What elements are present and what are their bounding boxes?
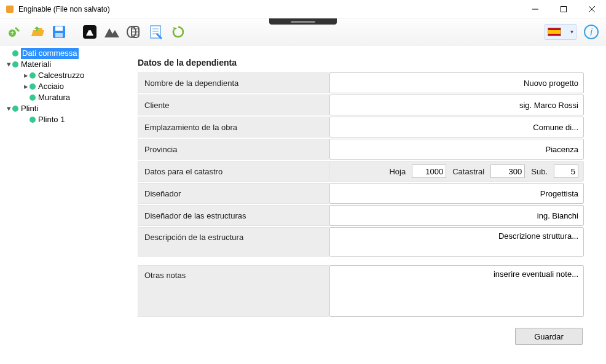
input-hoja[interactable] — [412, 165, 446, 178]
input-nombre[interactable] — [335, 79, 578, 88]
svg-rect-0 — [6, 6, 14, 13]
row-nombre: Nombre de la dependienta — [138, 72, 584, 93]
caret-down-icon[interactable]: ▾ — [5, 59, 12, 70]
label-disenador-estr: Diseñador de las estructuras — [138, 205, 329, 226]
weight-icon[interactable] — [81, 23, 98, 41]
row-emplazamiento: Emplazamiento de la obra — [138, 117, 584, 137]
window-title: Enginable (File non salvato) — [18, 5, 110, 14]
caret-right-icon[interactable]: ▸ — [22, 81, 30, 92]
main-panel: Datos de la dependienta Nombre de la dep… — [129, 45, 606, 364]
row-catastro: Datos para el catastro Hoja Catastral Su… — [138, 161, 584, 182]
svg-text:+: + — [10, 29, 14, 37]
row-cliente: Cliente — [138, 95, 584, 115]
label-provincia: Provincia — [138, 139, 329, 160]
textarea-otras[interactable] — [335, 266, 578, 316]
minimize-button[interactable] — [521, 0, 549, 18]
label-hoja: Hoja — [389, 167, 406, 176]
notes-icon[interactable] — [148, 23, 165, 41]
open-icon[interactable] — [28, 23, 45, 41]
bullet-icon — [30, 83, 36, 90]
input-disenador[interactable] — [335, 189, 578, 198]
svg-rect-9 — [55, 33, 63, 37]
svg-text:i: i — [590, 27, 592, 37]
tree-item-plinti[interactable]: ▾Plinti — [4, 103, 125, 114]
row-disenador: Diseñador — [138, 183, 584, 204]
close-button[interactable] — [578, 0, 606, 18]
bullet-icon — [30, 117, 36, 123]
input-cliente[interactable] — [335, 101, 578, 110]
row-disenador-estr: Diseñador de las estructuras — [138, 205, 584, 226]
project-tree[interactable]: Dati commessa ▾Materiali ▸Calcestruzzo ▸… — [0, 45, 129, 364]
caret-down-icon[interactable]: ▾ — [5, 103, 12, 114]
label-emplazamiento: Emplazamiento de la obra — [138, 117, 329, 137]
input-provincia[interactable] — [335, 145, 578, 154]
label-catastro: Datos para el catastro — [138, 161, 329, 182]
tape-icon[interactable] — [125, 23, 143, 41]
drag-handle[interactable] — [269, 18, 337, 25]
label-cliente: Cliente — [138, 95, 329, 115]
section-title: Datos de la dependienta — [138, 58, 584, 68]
tree-item-calcestruzzo[interactable]: ▸Calcestruzzo — [4, 70, 125, 81]
save-button[interactable]: Guardar — [515, 328, 583, 345]
row-provincia: Provincia — [138, 139, 584, 160]
tree-item-materiali[interactable]: ▾Materiali — [4, 59, 125, 70]
svg-rect-2 — [561, 6, 567, 12]
toolbar: + ▾ i — [0, 18, 606, 45]
tree-item-muratura[interactable]: Muratura — [4, 92, 125, 103]
label-descripcion: Descripción de la estructura — [138, 227, 329, 257]
bullet-icon — [30, 95, 36, 101]
bullet-icon — [12, 106, 18, 112]
label-disenador: Diseñador — [138, 183, 329, 204]
input-sub[interactable] — [554, 165, 578, 178]
tree-item-plinto-1[interactable]: Plinto 1 — [4, 114, 125, 125]
language-selector[interactable]: ▾ — [545, 24, 576, 40]
info-icon[interactable]: i — [583, 23, 600, 41]
label-sub: Sub. — [531, 167, 548, 176]
textarea-descripcion[interactable] — [335, 228, 578, 256]
label-catastral: Catastral — [452, 167, 484, 176]
project-form: Nombre de la dependienta Cliente Emplaza… — [138, 72, 584, 317]
flag-es-icon — [548, 28, 561, 36]
tree-item-acciaio[interactable]: ▸Acciaio — [4, 81, 125, 92]
tree-item-dati-commessa[interactable]: Dati commessa — [4, 48, 125, 59]
titlebar: Enginable (File non salvato) — [0, 0, 606, 18]
input-disenador-estr[interactable] — [335, 211, 578, 220]
app-icon — [5, 4, 15, 14]
svg-rect-8 — [55, 26, 63, 31]
svg-point-11 — [89, 27, 92, 30]
input-emplazamiento[interactable] — [335, 123, 578, 132]
input-catastral[interactable] — [490, 165, 525, 178]
bullet-icon — [12, 50, 18, 56]
row-descripcion: Descripción de la estructura — [138, 227, 584, 257]
chevron-down-icon: ▾ — [570, 28, 573, 35]
bullet-icon — [30, 72, 36, 79]
label-otras: Otras notas — [138, 265, 329, 317]
new-icon[interactable]: + — [6, 23, 23, 41]
maximize-button[interactable] — [549, 0, 578, 18]
row-otras: Otras notas — [138, 265, 584, 317]
save-icon[interactable] — [50, 23, 68, 41]
refresh-icon[interactable] — [170, 23, 187, 41]
terrain-icon[interactable] — [103, 23, 120, 41]
label-nombre: Nombre de la dependienta — [138, 72, 329, 93]
caret-right-icon[interactable]: ▸ — [22, 70, 30, 81]
bullet-icon — [12, 61, 18, 68]
